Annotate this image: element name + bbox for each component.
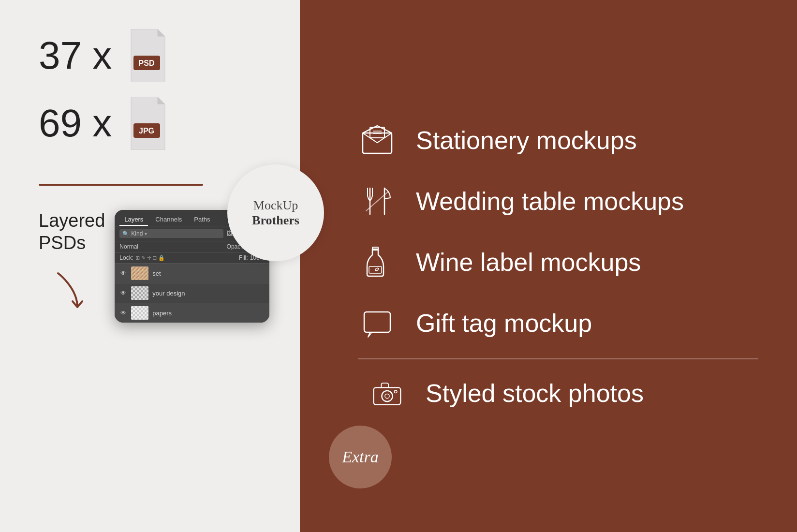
tag-icon [360,306,394,340]
ps-layer-design: 👁 your design [115,283,269,303]
ps-layer-name-set: set [152,270,161,277]
stock-label: Styled stock photos [426,381,644,406]
jpg-row: 69 x JPG [39,97,170,150]
wine-label: Wine label mockups [416,250,641,275]
arrow-icon [48,268,87,317]
brand-line2: Brothers [252,213,299,228]
right-panel: Stationery mockups Weddin [300,0,797,532]
svg-text:JPG: JPG [139,127,154,135]
ps-layer-set: 👁 set [115,263,269,283]
wine-icon-wrap [358,245,397,279]
cutlery-icon [360,184,394,218]
ps-lock-icons: ⊞ ✎ ✛ ⊟ 🔒 [135,255,165,261]
ps-blend-mode: Normal [119,243,138,250]
camera-icon-wrap [368,378,406,409]
brand-line1: MockUp [253,198,298,213]
svg-point-17 [382,390,392,401]
stationery-label: Stationery mockups [416,128,637,153]
gift-label: Gift tag mockup [416,310,592,336]
divider-line [39,184,203,186]
wedding-label: Wedding table mockups [416,189,684,214]
ps-search-bar: 🔍 Kind ▾ [119,229,223,238]
ps-thumb-set [131,266,148,280]
gift-icon-wrap [358,306,397,340]
ps-eye-design[interactable]: 👁 [119,290,127,296]
ps-thumb-design [131,286,148,300]
extra-badge: Extra [329,426,392,488]
jpg-count: 69 x [39,104,112,143]
stationery-icon-wrap [358,123,397,157]
ps-layer-name-papers: papers [152,310,172,317]
ps-search-icon: 🔍 [122,231,129,237]
feature-wine: Wine label mockups [358,232,758,293]
feature-gift: Gift tag mockup [358,293,758,354]
envelope-icon [360,123,394,157]
feature-stationery: Stationery mockups [358,110,758,171]
left-panel: 37 x PSD 69 x [0,0,300,532]
layered-label: LayeredPSDs [39,210,105,254]
psd-icon: PSD [126,29,170,82]
jpg-icon: JPG [126,97,170,150]
wedding-icon-wrap [358,184,397,218]
ps-fill-label: Fill: [239,254,248,261]
feature-stock: Extra Styled stock photos [358,358,758,423]
ps-thumb-papers [131,306,148,320]
psd-count: 37 x [39,36,112,75]
ps-lock-label: Lock: [119,254,133,261]
feature-list: Stationery mockups Weddin [358,110,758,423]
svg-rect-15 [364,312,390,332]
ps-tab-channels[interactable]: Channels [150,214,187,226]
ps-tab-paths[interactable]: Paths [189,214,215,226]
psd-row: 37 x PSD [39,29,170,82]
brand-circle: MockUp Brothers [227,164,324,261]
ps-kind-label: Kind [131,230,143,237]
ps-dropdown-arrow: ▾ [145,231,147,236]
ps-tab-layers[interactable]: Layers [119,214,148,226]
camera-icon [371,378,403,409]
ps-lock-row: Lock: ⊞ ✎ ✛ ⊟ 🔒 Fill: 100% [115,252,269,263]
ps-eye-papers[interactable]: 👁 [119,310,127,316]
ps-eye-set[interactable]: 👁 [119,270,127,276]
svg-text:PSD: PSD [139,59,155,67]
file-count-section: 37 x PSD 69 x [39,29,170,150]
svg-point-18 [384,394,389,398]
svg-rect-16 [373,387,400,404]
ps-layer-name-design: your design [152,290,185,297]
feature-wedding: Wedding table mockups [358,171,758,232]
ps-layer-papers: 👁 papers [115,303,269,323]
bottle-icon [360,245,394,279]
extra-label: Extra [342,448,379,466]
svg-point-19 [394,390,397,393]
